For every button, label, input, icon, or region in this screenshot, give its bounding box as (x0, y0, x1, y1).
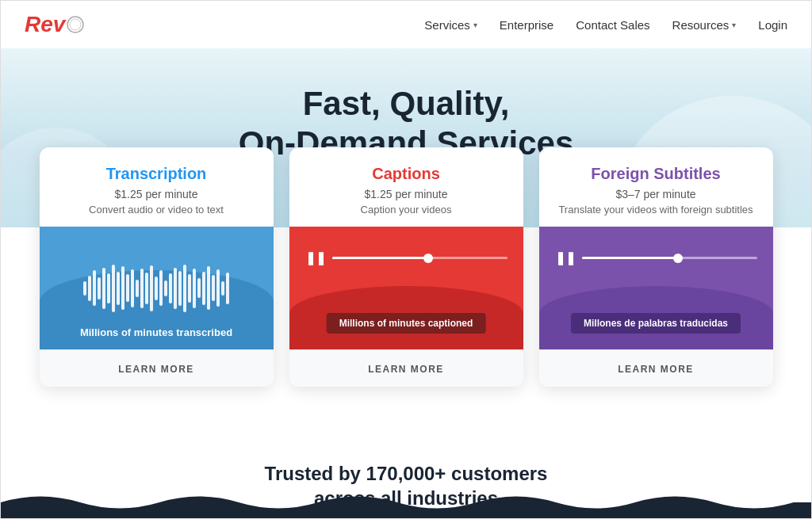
waveform-bar (178, 271, 182, 306)
player-dot (423, 254, 433, 263)
subtitles-footer[interactable]: LEARN MORE (539, 349, 773, 387)
player-progress-fill (582, 257, 679, 259)
waveform-bar (174, 268, 177, 309)
waveform (83, 265, 229, 312)
pause-icon: ❚❚ (555, 250, 576, 265)
pause-icon: ❚❚ (305, 250, 326, 265)
captions-badge: Millions of minutes captioned (327, 313, 486, 334)
waveform-bar (102, 268, 105, 309)
transcription-desc: Convert audio or video to text (56, 204, 258, 216)
waveform-bar (98, 277, 101, 300)
waveform-bar (207, 266, 210, 310)
waveform-bar (136, 280, 139, 297)
bottom-wave (1, 487, 811, 518)
waveform-bar (197, 278, 201, 298)
subtitles-title: Foreign Subtitles (555, 165, 757, 183)
waveform-bar (140, 269, 144, 308)
subtitles-price: $3–7 per minute (555, 188, 757, 200)
waveform-bar (212, 275, 215, 301)
waveform-bar (155, 277, 158, 300)
transcription-card-header: Transcription $1.25 per minute Convert a… (40, 147, 274, 227)
transcription-card: Transcription $1.25 per minute Convert a… (40, 147, 274, 387)
captions-visual: ❚❚ Millions of minutes captioned (289, 227, 523, 349)
subtitles-card: Foreign Subtitles $3–7 per minute Transl… (539, 147, 773, 387)
chevron-down-icon: ▾ (732, 21, 736, 29)
waveform-bar (88, 276, 91, 301)
captions-desc: Caption your videos (305, 204, 508, 216)
waveform-bar (117, 272, 120, 305)
waveform-bar (202, 272, 205, 305)
captions-title: Captions (305, 165, 508, 183)
waveform-bar (150, 265, 153, 311)
waveform-bar (83, 281, 86, 296)
waveform-bar (164, 280, 167, 296)
player-progress-bar (332, 257, 508, 259)
transcription-learn-more[interactable]: LEARN MORE (118, 364, 194, 375)
waveform-bar (107, 273, 110, 303)
waveform-bar (159, 270, 163, 306)
waveform-bar (193, 269, 196, 308)
svg-point-1 (70, 19, 81, 30)
captions-learn-more[interactable]: LEARN MORE (368, 364, 444, 375)
chevron-down-icon: ▾ (473, 21, 477, 29)
nav-enterprise[interactable]: Enterprise (500, 18, 553, 32)
caption-player: ❚❚ (305, 250, 508, 265)
waveform-bar (112, 265, 115, 312)
nav-resources[interactable]: Resources ▾ (672, 18, 737, 32)
navbar: Rev Services ▾ Enterprise Contact Sales … (1, 1, 811, 48)
subtitles-desc: Translate your videos with foreign subti… (555, 204, 757, 216)
captions-footer[interactable]: LEARN MORE (289, 349, 523, 387)
player-progress-fill (332, 257, 429, 259)
nav-contact-sales[interactable]: Contact Sales (576, 18, 649, 32)
waveform-bar (183, 265, 186, 312)
waveform-bar (188, 274, 191, 303)
cards-section: Transcription $1.25 per minute Convert a… (1, 147, 811, 387)
waveform-bar (131, 269, 134, 307)
waveform-bar (126, 274, 129, 302)
page-wrapper: Rev Services ▾ Enterprise Contact Sales … (0, 0, 812, 519)
transcription-price: $1.25 per minute (56, 188, 258, 200)
nav-links: Services ▾ Enterprise Contact Sales Reso… (424, 18, 787, 32)
waveform-bar (226, 273, 229, 304)
subtitles-card-header: Foreign Subtitles $3–7 per minute Transl… (539, 147, 773, 227)
transcription-footer[interactable]: LEARN MORE (40, 349, 274, 387)
subtitle-player: ❚❚ (555, 250, 757, 265)
captions-card: Captions $1.25 per minute Caption your v… (289, 147, 523, 387)
wave-svg (1, 487, 811, 518)
transcription-visual: Millions of minutes transcribed (40, 227, 274, 349)
nav-services[interactable]: Services ▾ (424, 18, 477, 32)
subtitles-learn-more[interactable]: LEARN MORE (618, 364, 694, 375)
waveform-bar (93, 270, 96, 306)
nav-login[interactable]: Login (758, 18, 787, 32)
player-dot (673, 254, 683, 263)
captions-card-header: Captions $1.25 per minute Caption your v… (289, 147, 523, 227)
subtitles-badge: Millones de palabras traducidas (571, 313, 741, 334)
transcription-badge: Millions of minutes transcribed (80, 326, 232, 338)
waveform-bar (145, 273, 148, 304)
bottom-section: Trusted by 170,000+ customers across all… (1, 445, 811, 518)
logo-text: Rev (25, 12, 65, 37)
logo[interactable]: Rev (25, 12, 84, 37)
subtitles-visual: ❚❚ Millones de palabras traducidas (539, 227, 773, 349)
waveform-bar (216, 269, 220, 307)
player-progress-bar (582, 257, 757, 259)
logo-icon (67, 16, 84, 33)
transcription-title: Transcription (56, 165, 258, 183)
captions-price: $1.25 per minute (305, 188, 508, 200)
waveform-bar (121, 266, 124, 310)
waveform-bar (221, 281, 224, 296)
waveform-bar (169, 273, 172, 303)
